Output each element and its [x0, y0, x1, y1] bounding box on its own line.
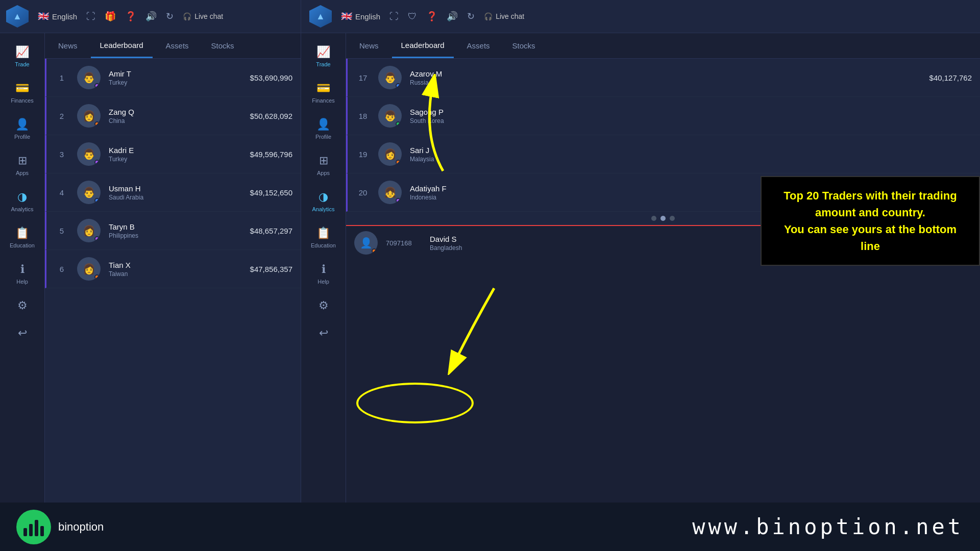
- user-rank: 7097168: [386, 239, 422, 247]
- left-panel: 📈 Trade 💳 Finances 👤 Profile ⊞ Apps ◑ An…: [0, 33, 301, 503]
- sidebar-item-logout-left[interactable]: ↩: [0, 319, 44, 347]
- logo-bars: [23, 518, 44, 536]
- dot-3[interactable]: [670, 216, 675, 221]
- apps-icon-left: ⊞: [18, 154, 27, 167]
- tab-stocks-left[interactable]: Stocks: [202, 33, 243, 58]
- sidebar-item-analytics-right[interactable]: ◑ Analytics: [301, 183, 346, 219]
- sidebar-item-apps-right[interactable]: ⊞ Apps: [301, 147, 346, 183]
- trader-amount: $49,596,796: [250, 150, 292, 159]
- avatar: 👩: [77, 257, 101, 281]
- right-panel: 📈 Trade 💳 Finances 👤 Profile ⊞ Apps ◑ An…: [301, 33, 980, 503]
- website-url: www.binoption.net: [692, 514, 964, 539]
- sidebar-label-help-left: Help: [16, 279, 28, 285]
- tab-leaderboard-left[interactable]: Leaderboard: [91, 33, 153, 58]
- lang-button-left[interactable]: 🇬🇧 English: [38, 11, 77, 22]
- sidebar-label-trade-left: Trade: [15, 61, 29, 67]
- trader-info: Usman H Saudi Arabia: [109, 184, 242, 201]
- sidebar-item-finances-right[interactable]: 💳 Finances: [301, 74, 346, 111]
- avatar: 👨: [77, 181, 101, 204]
- tab-assets-right[interactable]: Assets: [458, 33, 499, 58]
- flag-icon-right: 🇬🇧: [341, 11, 352, 22]
- sidebar-label-analytics-right: Analytics: [312, 206, 334, 212]
- trader-name: Zang Q: [109, 108, 242, 116]
- sidebar-item-profile-left[interactable]: 👤 Profile: [0, 111, 44, 147]
- sidebar-item-education-right[interactable]: 📋 Education: [301, 219, 346, 256]
- profile-icon-left: 👤: [15, 118, 29, 131]
- sidebar-item-settings-left[interactable]: ⚙: [0, 292, 44, 319]
- rank: 5: [55, 227, 69, 235]
- tab-news-left[interactable]: News: [49, 33, 87, 58]
- trader-amount: $53,690,990: [250, 73, 292, 82]
- help-icon-right[interactable]: ❓: [426, 11, 437, 22]
- help-icon-left[interactable]: ❓: [125, 11, 136, 22]
- status-dot: [94, 83, 100, 88]
- analytics-icon-right: ◑: [318, 190, 328, 204]
- table-row: 4 👨 Usman H Saudi Arabia $49,152,650: [45, 173, 301, 212]
- logout-icon-left: ↩: [18, 327, 27, 340]
- sidebar-item-logout-right[interactable]: ↩: [301, 319, 346, 347]
- fullscreen-icon-left[interactable]: ⛶: [86, 11, 95, 22]
- gift-icon-left[interactable]: 🎁: [105, 11, 116, 22]
- status-dot: [396, 198, 401, 203]
- refresh-icon-left[interactable]: ↻: [166, 11, 174, 22]
- avatar: 👨: [378, 66, 402, 89]
- sidebar-item-profile-right[interactable]: 👤 Profile: [301, 111, 346, 147]
- trader-amount: $40,127,762: [929, 73, 972, 82]
- dot-1[interactable]: [651, 216, 656, 221]
- rank: 18: [356, 112, 370, 120]
- gift-icon-right[interactable]: 🛡: [408, 11, 417, 22]
- annotation-text: Top 20 Traders with their trading amount…: [783, 189, 957, 253]
- rank: 3: [55, 150, 69, 159]
- trader-amount: $47,856,357: [250, 265, 292, 273]
- trader-info: Tian X Taiwan: [109, 261, 242, 278]
- trader-name: Sagong P: [410, 108, 964, 116]
- trader-info: Sagong P South Korea: [410, 108, 964, 124]
- trader-amount: $49,152,650: [250, 188, 292, 197]
- rank: 6: [55, 265, 69, 273]
- live-chat-btn-right[interactable]: 🎧 Live chat: [484, 12, 524, 20]
- sidebar-item-help-left[interactable]: ℹ Help: [0, 256, 44, 292]
- trader-name: Sari J: [410, 146, 964, 155]
- sound-icon-right[interactable]: 🔊: [447, 11, 458, 22]
- sidebar-item-analytics-left[interactable]: ◑ Analytics: [0, 183, 44, 219]
- trader-country: Russia: [410, 79, 921, 86]
- refresh-icon-right[interactable]: ↻: [467, 11, 475, 22]
- top-bar: ▲ 🇬🇧 English ⛶ 🎁 ❓ 🔊 ↻ 🎧 Live chat ▲ 🇬🇧 …: [0, 0, 980, 33]
- fullscreen-icon-right[interactable]: ⛶: [389, 11, 399, 22]
- right-sidebar: 📈 Trade 💳 Finances 👤 Profile ⊞ Apps ◑ An…: [301, 33, 346, 503]
- sidebar-label-profile-left: Profile: [14, 134, 30, 140]
- tab-assets-left[interactable]: Assets: [157, 33, 198, 58]
- sidebar-item-education-left[interactable]: 📋 Education: [0, 219, 44, 256]
- dot-2[interactable]: [660, 216, 666, 221]
- user-highlight-circle: [356, 383, 474, 423]
- main-content: 📈 Trade 💳 Finances 👤 Profile ⊞ Apps ◑ An…: [0, 33, 980, 503]
- sidebar-item-trade-left[interactable]: 📈 Trade: [0, 38, 44, 74]
- avatar: 👧: [378, 181, 402, 204]
- sound-icon-left[interactable]: 🔊: [145, 11, 157, 22]
- trader-info: Zang Q China: [109, 108, 242, 124]
- sidebar-item-finances-left[interactable]: 💳 Finances: [0, 74, 44, 111]
- rank: 20: [356, 188, 370, 197]
- sidebar-item-trade-right[interactable]: 📈 Trade: [301, 38, 346, 74]
- tab-stocks-right[interactable]: Stocks: [503, 33, 545, 58]
- sidebar-item-help-right[interactable]: ℹ Help: [301, 256, 346, 292]
- avatar: 👩: [77, 104, 101, 128]
- avatar: 👨: [77, 66, 101, 89]
- status-dot: [94, 160, 100, 165]
- headset-icon-left: 🎧: [183, 12, 191, 20]
- trader-country: Turkey: [109, 156, 242, 163]
- trader-info: Taryn B Philippines: [109, 222, 242, 239]
- lang-button-right[interactable]: 🇬🇧 English: [341, 11, 380, 22]
- live-chat-btn-left[interactable]: 🎧 Live chat: [183, 12, 223, 20]
- bar-3: [35, 520, 38, 536]
- arrow-up-svg: [402, 74, 463, 176]
- nav-tabs-right: News Leaderboard Assets Stocks: [346, 33, 980, 59]
- tab-news-right[interactable]: News: [350, 33, 388, 58]
- sidebar-label-help-right: Help: [317, 279, 329, 285]
- user-dot: [372, 248, 377, 254]
- tab-leaderboard-right[interactable]: Leaderboard: [392, 33, 454, 58]
- sidebar-item-apps-left[interactable]: ⊞ Apps: [0, 147, 44, 183]
- status-dot: [396, 121, 401, 127]
- rank: 19: [356, 150, 370, 159]
- sidebar-item-settings-right[interactable]: ⚙: [301, 292, 346, 319]
